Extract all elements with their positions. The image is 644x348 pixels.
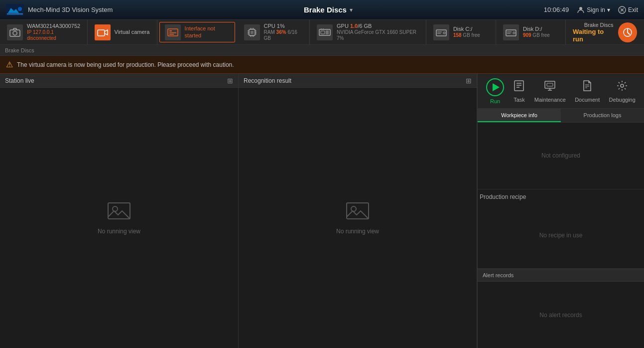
svg-point-2 bbox=[579, 7, 582, 10]
station-expand-icon[interactable]: ⊞ bbox=[227, 77, 233, 85]
tab-production-logs[interactable]: Production logs bbox=[561, 109, 644, 122]
cpu-label: CPU 1% bbox=[264, 23, 302, 29]
svg-rect-12 bbox=[251, 31, 254, 34]
interface-icon bbox=[165, 24, 181, 40]
svg-point-5 bbox=[13, 31, 17, 35]
panels-area: Station live ⊞ No running view Recogniti… bbox=[0, 74, 477, 348]
interface-text-block: Interface not started bbox=[185, 25, 230, 38]
svg-rect-48 bbox=[515, 81, 523, 91]
svg-rect-55 bbox=[547, 83, 553, 86]
virtual-camera-label: Virtual camera bbox=[115, 29, 150, 35]
warning-icon: ⚠ bbox=[6, 60, 13, 69]
sidebar-tabs: Workpiece info Production logs bbox=[478, 109, 644, 123]
run-label: Run bbox=[490, 98, 500, 104]
sign-in-label: Sign in bbox=[587, 6, 605, 13]
top-bar: Mech-Mind 3D Vision System Brake Discs ▾… bbox=[0, 0, 644, 20]
disk-d-free: 909 bbox=[523, 32, 531, 38]
svg-rect-36 bbox=[506, 30, 516, 36]
run-circle-icon bbox=[486, 78, 504, 96]
svg-point-33 bbox=[443, 32, 445, 34]
app-title: Mech-Mind 3D Vision System bbox=[28, 6, 113, 13]
disk-d-sublabel: 909 GB free bbox=[523, 32, 550, 38]
tab-workpiece-label: Workpiece info bbox=[501, 112, 537, 118]
disk-c-label: Disk C:/ bbox=[453, 26, 480, 32]
toolbar: Run Task bbox=[478, 74, 644, 109]
workpiece-not-configured: Not configured bbox=[478, 123, 644, 189]
alert-records-header: Alert records bbox=[478, 269, 644, 282]
warning-text: The virtual camera is now being used for… bbox=[17, 61, 234, 68]
document-button[interactable]: Document bbox=[571, 78, 604, 105]
debugging-button[interactable]: Debugging bbox=[605, 78, 640, 105]
interface-status-item[interactable]: Interface not started bbox=[159, 22, 235, 42]
logo-icon bbox=[6, 4, 24, 16]
top-bar-center: Brake Discs ▾ bbox=[304, 5, 353, 14]
project-info-block: Brake Discs Waiting to run bbox=[573, 22, 614, 43]
no-view-image-icon bbox=[107, 201, 131, 223]
station-live-panel: Station live ⊞ No running view bbox=[0, 74, 239, 348]
run-play-icon bbox=[493, 83, 500, 91]
not-configured-text: Not configured bbox=[541, 152, 580, 159]
time-display: 10:06:49 bbox=[544, 6, 569, 13]
station-live-title: Station live bbox=[5, 77, 34, 84]
cpu-text-block: CPU 1% RAM 36% 6/16 GB bbox=[264, 23, 302, 41]
no-recipe-text: No recipe in use bbox=[539, 232, 583, 239]
breadcrumb: Brake Discs bbox=[0, 45, 644, 56]
svg-point-37 bbox=[513, 32, 515, 34]
disk-d-status-item: Disk D:/ 909 GB free bbox=[496, 20, 566, 44]
sign-in-button[interactable]: Sign in ▾ bbox=[577, 6, 610, 14]
station-live-content: No running view bbox=[0, 88, 238, 348]
interface-label: Interface not started bbox=[185, 25, 230, 38]
exit-button[interactable]: Exit bbox=[618, 6, 638, 14]
disk-c-icon bbox=[433, 24, 449, 40]
disk-c-free: 158 bbox=[453, 32, 462, 38]
camera-status-item[interactable]: WAM30214A3000752 IP 127.0.0.1 disconnect… bbox=[0, 20, 88, 44]
gpu-status-item: GPU 1.0/6 GB NVIDIA GeForce GTX 1660 SUP… bbox=[310, 20, 426, 44]
gpu-used: 1.0 bbox=[350, 23, 358, 29]
svg-point-45 bbox=[113, 206, 118, 211]
virtual-camera-text-block: Virtual camera bbox=[115, 29, 150, 35]
project-title: Brake Discs bbox=[304, 5, 347, 14]
production-recipe-label: Production recipe bbox=[478, 189, 644, 202]
chevron-down-icon[interactable]: ▾ bbox=[350, 6, 353, 13]
tab-workpiece-info[interactable]: Workpiece info bbox=[478, 109, 561, 122]
svg-point-47 bbox=[351, 206, 356, 211]
top-bar-left: Mech-Mind 3D Vision System bbox=[6, 4, 113, 16]
no-alert-text: No alert records bbox=[539, 312, 582, 319]
debugging-icon bbox=[616, 80, 628, 95]
virtual-camera-status-item[interactable]: Virtual camera bbox=[88, 20, 157, 44]
station-live-header: Station live ⊞ bbox=[0, 74, 238, 88]
timer-icon[interactable] bbox=[618, 22, 637, 42]
camera-text-block: WAM30214A3000752 IP 127.0.0.1 disconnect… bbox=[27, 23, 80, 41]
gpu-sublabel: NVIDIA GeForce GTX 1660 SUPER 7% bbox=[337, 29, 419, 41]
svg-rect-52 bbox=[545, 81, 555, 88]
recognition-no-view-image-icon bbox=[346, 201, 370, 223]
gpu-label: GPU 1.0/6 GB bbox=[337, 23, 419, 29]
breadcrumb-text: Brake Discs bbox=[5, 47, 34, 53]
debugging-label: Debugging bbox=[609, 97, 636, 103]
disk-c-status-item: Disk C:/ 158 GB free bbox=[426, 20, 496, 44]
recognition-result-content: No running view bbox=[239, 88, 477, 348]
recognition-result-header: Recognition result ⊞ bbox=[239, 74, 477, 88]
cpu-ram-used: 36% bbox=[276, 29, 286, 35]
svg-rect-46 bbox=[347, 203, 369, 219]
camera-icon bbox=[7, 24, 23, 40]
svg-rect-6 bbox=[98, 30, 105, 36]
task-button[interactable]: Task bbox=[509, 78, 529, 105]
maintenance-button[interactable]: Maintenance bbox=[530, 78, 570, 105]
camera-label: WAM30214A3000752 bbox=[27, 23, 80, 29]
svg-rect-8 bbox=[169, 30, 172, 31]
recognition-no-view-text: No running view bbox=[336, 228, 379, 235]
project-run-status: Brake Discs Waiting to run bbox=[566, 20, 644, 44]
svg-rect-26 bbox=[321, 31, 325, 34]
run-button[interactable]: Run bbox=[482, 76, 508, 106]
cpu-icon bbox=[244, 24, 260, 40]
exit-label: Exit bbox=[628, 6, 638, 13]
disk-d-text-block: Disk D:/ 909 GB free bbox=[523, 26, 550, 38]
project-name-label: Brake Discs bbox=[584, 22, 614, 28]
recognition-expand-icon[interactable]: ⊞ bbox=[466, 77, 472, 85]
svg-point-1 bbox=[18, 7, 22, 11]
svg-rect-44 bbox=[108, 203, 130, 219]
gpu-text-block: GPU 1.0/6 GB NVIDIA GeForce GTX 1660 SUP… bbox=[337, 23, 419, 41]
station-no-view-text: No running view bbox=[98, 228, 140, 235]
recognition-result-title: Recognition result bbox=[244, 77, 291, 84]
